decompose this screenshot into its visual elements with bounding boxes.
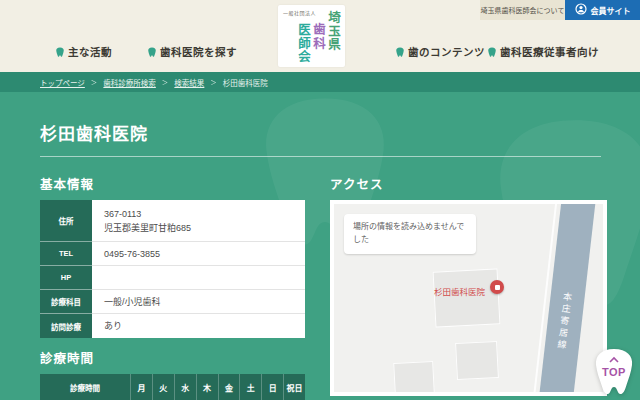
map-error-message: 場所の情報を読み込めませんでした bbox=[344, 214, 476, 254]
nav-item-professionals[interactable]: 歯科医療従事者向け bbox=[487, 44, 599, 59]
about-association-link[interactable]: 埼玉県歯科医師会について bbox=[480, 0, 565, 20]
map-marker-label[interactable]: 杉田歯科医院 bbox=[434, 285, 485, 297]
back-to-top-button[interactable]: TOP bbox=[591, 346, 637, 398]
table-row-home-visit: 訪問診療 あり bbox=[40, 314, 305, 338]
map-canvas[interactable]: 本庄寄居線 場所の情報を読み込めませんでした 杉田歯科医院 bbox=[334, 204, 603, 392]
logo-dental: 歯科 bbox=[310, 11, 325, 67]
row-label: TEL bbox=[40, 242, 92, 266]
breadcrumb-clinic-search[interactable]: 歯科診療所検索 bbox=[103, 77, 156, 88]
day-holiday: 祝日 bbox=[283, 374, 305, 400]
map-building bbox=[393, 361, 435, 392]
row-label: HP bbox=[40, 266, 92, 290]
logo-vertical-text: 埼玉県 歯科 医師会 bbox=[295, 11, 340, 67]
tooth-icon bbox=[395, 47, 405, 57]
page-title: 杉田歯科医院 bbox=[40, 120, 148, 145]
nav-label: 歯科医院を探す bbox=[160, 44, 237, 59]
row-value: 一般/小児歯科 bbox=[92, 290, 305, 314]
map-building bbox=[433, 268, 501, 327]
row-label: 住所 bbox=[40, 200, 92, 242]
day-thu: 木 bbox=[196, 374, 218, 400]
map-marker-icon[interactable] bbox=[490, 280, 504, 294]
site-logo[interactable]: 一般社団法人 埼玉県 歯科 医師会 bbox=[278, 5, 345, 67]
map-road: 本庄寄居線 bbox=[538, 204, 597, 392]
row-value: 367-0113 児玉郡美里町甘粕685 bbox=[92, 200, 305, 242]
breadcrumb-separator: ＞ bbox=[162, 77, 169, 87]
table-row-hp: HP bbox=[40, 266, 305, 290]
nav-label: 主な活動 bbox=[68, 44, 112, 59]
logo-prefecture: 埼玉県 bbox=[325, 11, 340, 67]
day-sun: 日 bbox=[261, 374, 283, 400]
road-name-label: 本庄寄居線 bbox=[555, 291, 575, 352]
member-person-icon bbox=[575, 3, 587, 17]
about-association-label: 埼玉県歯科医師会について bbox=[481, 5, 565, 15]
top-button-label: TOP bbox=[591, 366, 637, 378]
row-label: 診療科目 bbox=[40, 290, 92, 314]
member-site-label: 会員サイト bbox=[591, 5, 631, 16]
nav-label: 歯科医療従事者向け bbox=[500, 44, 599, 59]
breadcrumb-separator: ＞ bbox=[91, 77, 98, 87]
address-text: 児玉郡美里町甘粕685 bbox=[104, 221, 305, 235]
breadcrumb-current-page: 杉田歯科医院 bbox=[223, 77, 268, 88]
nav-item-find-clinic[interactable]: 歯科医院を探す bbox=[147, 44, 237, 59]
postal-code: 367-0113 bbox=[104, 207, 305, 221]
chevron-up-icon bbox=[605, 356, 623, 364]
row-value: あり bbox=[92, 314, 305, 338]
nav-item-tooth-contents[interactable]: 歯のコンテンツ bbox=[395, 44, 485, 59]
page: 埼玉県歯科医師会について 会員サイト 主な活動 歯科医院を探す bbox=[0, 0, 640, 400]
day-tue: 火 bbox=[152, 374, 174, 400]
row-value bbox=[92, 266, 305, 290]
main-content: 杉田歯科医院 基本情報 アクセス 診療時間 住所 367-0113 児玉郡美里町… bbox=[0, 92, 640, 400]
table-row-departments: 診療科目 一般/小児歯科 bbox=[40, 290, 305, 314]
breadcrumb-home[interactable]: トップページ bbox=[40, 77, 85, 88]
tooth-icon bbox=[487, 47, 497, 57]
logo-association: 医師会 bbox=[295, 11, 310, 67]
basic-info-heading: 基本情報 bbox=[40, 174, 94, 193]
tooth-icon bbox=[147, 47, 157, 57]
access-map: 本庄寄居線 場所の情報を読み込めませんでした 杉田歯科医院 bbox=[330, 200, 607, 396]
map-building bbox=[455, 341, 499, 380]
breadcrumb-separator: ＞ bbox=[210, 77, 217, 87]
day-mon: 月 bbox=[130, 374, 152, 400]
title-divider bbox=[40, 156, 601, 157]
breadcrumb: トップページ ＞ 歯科診療所検索 ＞ 検索結果 ＞ 杉田歯科医院 bbox=[0, 72, 640, 92]
row-value: 0495-76-3855 bbox=[92, 242, 305, 266]
hours-heading: 診療時間 bbox=[40, 348, 94, 367]
table-row-tel: TEL 0495-76-3855 bbox=[40, 242, 305, 266]
access-heading: アクセス bbox=[330, 174, 383, 193]
day-fri: 金 bbox=[218, 374, 240, 400]
nav-label: 歯のコンテンツ bbox=[408, 44, 485, 59]
hours-table-header: 診療時間 月 火 水 木 金 土 日 祝日 bbox=[40, 374, 305, 400]
nav-item-activities[interactable]: 主な活動 bbox=[55, 44, 112, 59]
hours-header-label: 診療時間 bbox=[40, 374, 130, 400]
day-wed: 水 bbox=[174, 374, 196, 400]
table-row-address: 住所 367-0113 児玉郡美里町甘粕685 bbox=[40, 200, 305, 242]
basic-info-table: 住所 367-0113 児玉郡美里町甘粕685 TEL 0495-76-3855… bbox=[40, 200, 305, 338]
member-site-button[interactable]: 会員サイト bbox=[565, 0, 640, 20]
breadcrumb-search-results[interactable]: 検索結果 bbox=[174, 77, 204, 88]
day-sat: 土 bbox=[239, 374, 261, 400]
site-header: 埼玉県歯科医師会について 会員サイト 主な活動 歯科医院を探す bbox=[0, 0, 640, 72]
row-label: 訪問診療 bbox=[40, 314, 92, 338]
tooth-icon bbox=[55, 47, 65, 57]
